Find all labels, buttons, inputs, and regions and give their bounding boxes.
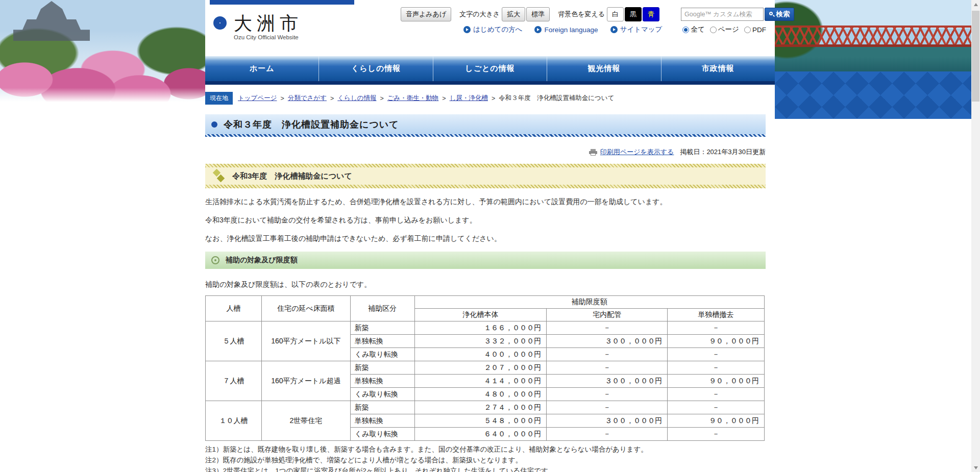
search-input[interactable] (681, 8, 764, 21)
cell-capacity: ７人槽 (206, 361, 262, 401)
section-limits-heading-bar: 補助の対象及び限度額 (205, 252, 766, 269)
section-overview-heading-bar: 令和3年度 浄化槽補助金について (205, 164, 766, 188)
printer-icon (589, 149, 597, 156)
bg-black-button[interactable]: 黒 (625, 7, 642, 21)
nav-item-city-info[interactable]: 市政情報 (661, 56, 775, 81)
table-header-row: 人槽 住宅の延べ床面積 補助区分 補助限度額 (206, 296, 765, 309)
cell-amount: － (547, 361, 668, 375)
cell-amount: － (668, 361, 765, 375)
cell-amount: － (668, 428, 765, 441)
up-arrow-icon (974, 3, 978, 6)
bg-blue-button[interactable]: 青 (643, 7, 659, 21)
main-content: 現在地 トップページ > 分類でさがす > くらしの情報 > ごみ・衛生・動物 … (205, 85, 766, 472)
nav-item-living-info[interactable]: くらしの情報 (318, 56, 432, 81)
cell-amount: ４８０，０００円 (414, 388, 547, 401)
search-scope-radios: 全て ページ PDF (682, 25, 771, 34)
col-header-limit-group: 補助限度額 (414, 296, 764, 309)
cell-amount: ２０７，０００円 (414, 361, 547, 375)
site-logo[interactable]: 大洲市 Ozu City Official Website (213, 13, 303, 40)
note-item: 注2）既存の施設が単独処理浄化槽で、増築などにより人槽が増となる場合は、新築扱い… (205, 455, 766, 465)
breadcrumb-separator: > (380, 95, 383, 102)
notes: 注1）新築とは、既存建物を取り壊し後、新築する場合も含みます。また、国の交付基準… (205, 444, 766, 472)
speech-readout-button[interactable]: 音声よみあげ (401, 7, 451, 21)
arrow-circle-icon (534, 26, 542, 33)
scroll-thumb[interactable] (972, 11, 979, 102)
scope-radio-all[interactable]: 全て (682, 25, 704, 34)
cell-category: くみ取り転換 (350, 428, 414, 441)
cell-amount: － (547, 401, 668, 414)
print-page-link[interactable]: 印刷用ページを表示する (600, 147, 674, 157)
scroll-up-button[interactable] (971, 0, 980, 9)
link-sitemap[interactable]: サイトマップ (610, 25, 663, 34)
yellow-stripe-border (205, 185, 766, 188)
posted-date: 掲載日：2021年3月30日更新 (680, 147, 766, 157)
breadcrumb-link-category[interactable]: 分類でさがす (288, 94, 327, 103)
diamond-pattern-band (775, 71, 971, 119)
cell-floor: 160平方メートル以下 (261, 321, 350, 361)
breadcrumb-link-johkasou[interactable]: し尿・浄化槽 (450, 94, 488, 103)
cell-amount: ５４８，０００円 (414, 414, 547, 428)
scroll-down-button[interactable] (971, 463, 980, 472)
quick-links-row: はじめての方へ Foreign language サイトマップ 全て ページ P… (463, 24, 771, 35)
top-accent-bar (210, 0, 354, 5)
cell-amount: － (668, 348, 765, 361)
subsidy-table: 人槽 住宅の延べ床面積 補助区分 補助限度額 浄化槽本体 宅内配管 単独槽撤去 … (205, 295, 765, 441)
search-button[interactable]: 検索 (765, 8, 794, 21)
cell-amount: － (547, 388, 668, 401)
right-banner (775, 0, 971, 119)
note-item: 注1）新築とは、既存建物を取り壊し後、新築する場合も含みます。また、国の交付基準… (205, 444, 766, 455)
cell-amount: ９０，０００円 (668, 414, 765, 428)
left-banner-photo (0, 0, 205, 102)
site-title: 大洲市 (234, 13, 303, 34)
cell-capacity: １０人槽 (206, 401, 262, 441)
cell-category: 新築 (350, 361, 414, 375)
table-row: ７人槽 160平方メートル超過 新築 ２０７，０００円 － － (206, 361, 765, 375)
col-header-removal: 単独槽撤去 (668, 309, 765, 321)
col-header-piping: 宅内配管 (547, 309, 668, 321)
col-header-tank-body: 浄化槽本体 (414, 309, 547, 321)
page-title-bar: 令和３年度 浄化槽設置補助金について (205, 114, 766, 137)
current-location-badge: 現在地 (205, 92, 233, 105)
note-item: 注3）2世帯住宅とは、1つの家屋に浴室及び台所が2ヶ所以上あり、それぞれ独立した… (205, 465, 766, 472)
right-banner-photo (775, 0, 971, 71)
breadcrumb: 現在地 トップページ > 分類でさがす > くらしの情報 > ごみ・衛生・動物 … (205, 92, 766, 105)
font-standard-button[interactable]: 標準 (526, 7, 550, 21)
overview-paragraph: なお、浄化槽設置工事着工後の補助申請はできないため、必ず着工前に申請してください… (205, 233, 766, 243)
cell-amount: ２７４，０００円 (414, 401, 547, 414)
nav-item-work-info[interactable]: しごとの情報 (433, 56, 547, 81)
accessibility-toolbar: 音声よみあげ 文字の大きさ 拡大 標準 背景色を変える 白 黒 青 検索 (401, 7, 794, 21)
link-foreign-language[interactable]: Foreign language (534, 26, 598, 34)
breadcrumb-link-garbage[interactable]: ごみ・衛生・動物 (387, 94, 439, 103)
scrollbar[interactable] (971, 0, 980, 472)
font-enlarge-button[interactable]: 拡大 (502, 7, 525, 21)
print-row: 印刷用ページを表示する 掲載日：2021年3月30日更新 (205, 147, 766, 157)
cell-category: 新築 (350, 321, 414, 335)
font-size-label: 文字の大きさ (459, 10, 500, 19)
scope-radio-page[interactable]: ページ (710, 25, 739, 34)
breadcrumb-separator: > (330, 95, 334, 102)
yellow-stripe-border (205, 164, 766, 167)
double-circle-icon (211, 256, 219, 264)
cell-category: くみ取り転換 (350, 348, 414, 361)
cell-capacity: ５人槽 (206, 321, 262, 361)
breadcrumb-current: 令和３年度 浄化槽設置補助金について (499, 94, 614, 103)
cell-amount: － (547, 321, 668, 335)
site-subtitle: Ozu City Official Website (234, 34, 303, 40)
cell-amount: － (668, 321, 765, 335)
link-beginner[interactable]: はじめての方へ (463, 25, 522, 34)
nav-item-home[interactable]: ホーム (205, 56, 318, 81)
nav-item-tourism-info[interactable]: 観光情報 (547, 56, 660, 81)
cell-amount: － (547, 348, 668, 361)
cell-amount: ３００，０００円 (547, 375, 668, 388)
search-icon (769, 12, 775, 17)
bg-white-button[interactable]: 白 (607, 7, 624, 21)
arrow-circle-icon (463, 26, 471, 33)
section-overview-heading: 令和3年度 浄化槽補助金について (232, 171, 352, 181)
cell-amount: ３００，０００円 (547, 335, 668, 348)
cell-category: 単独転換 (350, 375, 414, 388)
breadcrumb-separator: > (280, 95, 284, 102)
scope-radio-pdf[interactable]: PDF (744, 26, 766, 34)
breadcrumb-link-living[interactable]: くらしの情報 (337, 94, 376, 103)
breadcrumb-link-top[interactable]: トップページ (238, 94, 277, 103)
radio-icon (682, 27, 689, 33)
